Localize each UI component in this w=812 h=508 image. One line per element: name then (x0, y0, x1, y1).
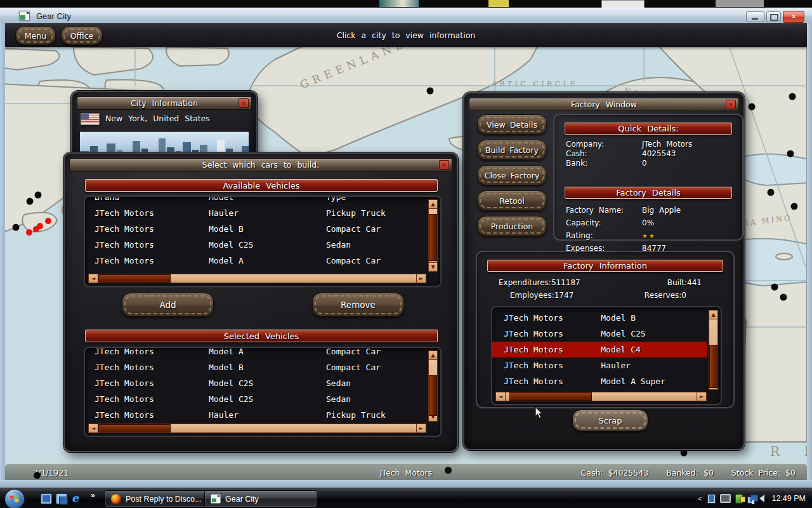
start-button[interactable] (4, 489, 25, 508)
game-menubar: Click a city to view information Menu Of… (5, 23, 807, 47)
volume-icon[interactable] (759, 495, 764, 502)
close-icon[interactable]: ✕ (726, 100, 736, 109)
list-item[interactable]: JTech MotorsModel C2SSedan (86, 237, 426, 253)
clock[interactable]: 12:49 PM (771, 494, 806, 503)
display-icon[interactable] (720, 494, 731, 503)
window-border-right (807, 23, 812, 488)
factory-information-header: Factory Information (487, 260, 723, 272)
background-window-fragment (379, 0, 419, 7)
list-item[interactable]: JTech MotorsModel BCompact Car (86, 221, 426, 237)
office-button[interactable]: Office (61, 26, 103, 45)
available-vehicles-list: BrandModelType JTech MotorsHaulerPickup … (84, 196, 442, 287)
view-details-label: View Details (487, 120, 537, 130)
hint-text: Click a city to view information (5, 23, 807, 47)
player-city-dot[interactable] (45, 218, 51, 224)
list-item[interactable]: JTech MotorsModel C2SSedan (86, 391, 426, 407)
os-titlebar: Gear City ✕ (0, 8, 812, 24)
production-button[interactable]: Production (477, 216, 547, 236)
list-item[interactable]: JTech MotorsModel BCompact Car (86, 359, 426, 375)
close-factory-button[interactable]: Close Factory (477, 165, 547, 185)
city-dot[interactable] (34, 472, 41, 479)
selected-vehicles-list: JTech MotorsModel ACompact Car JTech Mot… (84, 347, 442, 437)
system-tray: < 12:49 PM (698, 488, 808, 508)
reserves-stat: Reserves:0 (645, 291, 686, 300)
background-window-fragment (488, 0, 509, 7)
city-dot[interactable] (787, 150, 794, 157)
windows-logo-icon (10, 495, 19, 504)
minimize-button[interactable] (746, 11, 764, 22)
menu-button[interactable]: Menu (15, 26, 56, 45)
view-details-button[interactable]: View Details (477, 114, 547, 135)
city-dot[interactable] (681, 450, 688, 457)
quick-launch-overflow-chevron[interactable]: » (91, 491, 95, 500)
taskbar-button-browser[interactable]: Post Reply to Disco... (105, 490, 213, 507)
retool-button[interactable]: Retool (477, 190, 547, 211)
list-item[interactable]: JTech MotorsModel ACompact Car (86, 349, 426, 359)
city-dot[interactable] (27, 198, 34, 205)
list-item[interactable]: JTech MotorsHauler (492, 358, 707, 373)
expenditures-stat: Expenditures:511187 (499, 278, 580, 287)
add-button[interactable]: Add (122, 293, 214, 317)
rating-stars: ★★ (642, 232, 656, 239)
close-icon[interactable]: ✕ (439, 160, 449, 170)
horizontal-scrollbar[interactable]: ◄► (495, 392, 707, 401)
list-item[interactable]: JTech MotorsModel ACompact Car (86, 253, 426, 269)
horizontal-scrollbar[interactable]: ◄► (88, 274, 426, 283)
list-item[interactable]: JTech MotorsHaulerPickup Truck (86, 205, 426, 221)
close-icon[interactable]: ✕ (239, 98, 249, 108)
internet-explorer-icon[interactable]: e (72, 493, 82, 503)
cash-value: 4025543 (642, 149, 676, 158)
close-button[interactable]: ✕ (783, 11, 804, 23)
factory-window-titlebar[interactable]: Factory Window ✕ (469, 98, 739, 111)
vertical-scrollbar[interactable]: ▲▼ (428, 199, 438, 272)
gear-city-app-icon (19, 11, 30, 21)
capacity-label: Capacity: (566, 218, 642, 227)
city-dot[interactable] (749, 104, 756, 110)
list-item[interactable]: JTech MotorsModel B (492, 310, 707, 326)
selected-vehicles-header: Selected Vehicles (85, 330, 438, 342)
player-city-dot[interactable] (37, 223, 43, 229)
city-dot[interactable] (445, 467, 452, 474)
list-item-selected[interactable]: JTech MotorsModel C4 (492, 342, 707, 358)
city-dot[interactable] (780, 294, 787, 301)
list-item[interactable]: JTech MotorsModel C2SSedan (86, 375, 426, 391)
selected-vehicles-header-label: Selected Vehicles (224, 331, 299, 341)
list-item[interactable]: JTech MotorsModel C2S (492, 326, 707, 342)
taskbar-button-browser-label: Post Reply to Disco... (126, 495, 202, 504)
remove-button[interactable]: Remove (312, 293, 404, 317)
power-icon[interactable] (735, 494, 743, 504)
city-dot[interactable] (35, 192, 42, 199)
show-desktop-icon[interactable] (41, 493, 52, 504)
stock-price-readout: Stock Price: $0 (731, 468, 796, 478)
build-factory-button[interactable]: Build Factory (477, 140, 547, 160)
tray-app-icon[interactable] (707, 494, 716, 504)
city-information-title: City Information (131, 98, 198, 108)
mouse-cursor (535, 406, 544, 420)
quick-details-header-label: Quick Details: (618, 124, 678, 133)
window-border-left (0, 23, 5, 488)
window-switcher-icon[interactable] (56, 493, 67, 504)
city-dot[interactable] (427, 88, 434, 95)
list-item[interactable]: JTech MotorsModel A Super (492, 373, 707, 389)
scrap-button[interactable]: Scrap (572, 410, 648, 431)
taskbar-button-gear-city[interactable]: Gear City (204, 490, 317, 507)
vertical-scrollbar[interactable]: ▲▼ (428, 351, 438, 422)
company-value: JTech Motors (642, 140, 692, 149)
city-dot[interactable] (768, 189, 775, 196)
game-statusbar: 3/1/1921 JTech Motors Cash: $4025543 Ban… (5, 464, 807, 480)
city-dot[interactable] (13, 224, 20, 231)
city-information-titlebar[interactable]: City Information ✕ (77, 97, 252, 110)
horizontal-scrollbar[interactable]: ◄► (88, 424, 426, 433)
city-dot[interactable] (771, 284, 778, 291)
city-dot[interactable] (791, 203, 798, 210)
list-item[interactable]: JTech MotorsHaulerPickup Truck (86, 407, 426, 422)
tray-expand-chevron[interactable]: < (698, 495, 702, 502)
firefox-icon (111, 494, 121, 504)
factory-vehicle-list: JTech MotorsModel B JTech MotorsModel C2… (491, 306, 722, 405)
maximize-button[interactable] (766, 11, 781, 22)
vertical-scrollbar[interactable]: ▲▼ (709, 310, 718, 390)
player-city-dot[interactable] (26, 229, 32, 236)
city-dot[interactable] (789, 93, 796, 100)
quick-details-header: Quick Details: (565, 123, 732, 135)
select-cars-titlebar[interactable]: Select which cars to build. ✕ (69, 158, 452, 171)
